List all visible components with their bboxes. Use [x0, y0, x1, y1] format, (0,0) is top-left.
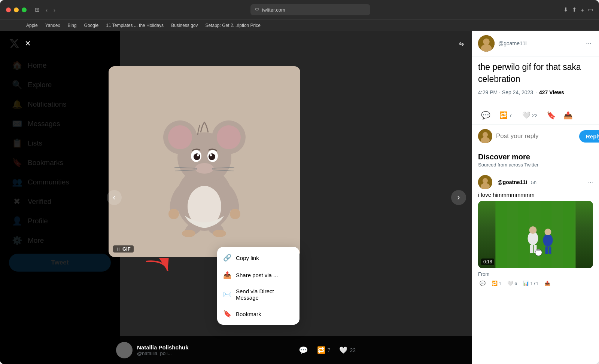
- like-icon: 🤍: [339, 346, 347, 354]
- svg-point-43: [529, 226, 537, 234]
- bottom-username: Natallia Polishchuk: [137, 344, 299, 351]
- address-bar-wrap: 🛡 twitter.com: [60, 4, 560, 15]
- bottom-tweet-actions: 💬 🔁 7 🤍 22: [299, 346, 356, 355]
- bookmark-yandex[interactable]: Yandex: [45, 23, 60, 28]
- like-action-count: 22: [532, 113, 537, 118]
- svg-point-12: [168, 125, 192, 149]
- bottom-user-info: Natallia Polishchuk @natallia_poli...: [137, 344, 299, 356]
- bookmark-businessgov[interactable]: Business gov: [171, 23, 198, 28]
- discover-comment-icon: 💬: [480, 281, 486, 286]
- retweet-action-button[interactable]: 🔁 7: [495, 108, 516, 122]
- reply-avatar-svg: [478, 129, 492, 143]
- comment-action-button[interactable]: 💬: [478, 108, 493, 123]
- svg-rect-48: [545, 247, 548, 254]
- bookmarks-bar: Apple Yandex Bing Google 11 Templates ..…: [0, 19, 599, 31]
- modal-close-button[interactable]: ✕: [21, 37, 34, 50]
- svg-point-14: [217, 125, 241, 149]
- svg-point-17: [197, 154, 199, 156]
- discover-tweet-header: @goatne11i 5h ···: [478, 175, 593, 189]
- like-action-button[interactable]: 🤍 22: [518, 108, 542, 122]
- tweet-content: the perwilo gif for that saka celebratio…: [472, 56, 599, 106]
- bookmark-apple[interactable]: Apple: [26, 23, 38, 28]
- discover-retweet-button[interactable]: 🔁 1: [490, 279, 503, 288]
- context-send-dm[interactable]: ✉️ Send via Direct Message: [217, 284, 300, 305]
- download-button[interactable]: ⬇: [563, 6, 568, 13]
- sidebar-panel-button[interactable]: ▭: [588, 6, 593, 13]
- copy-link-label: Copy link: [236, 255, 259, 261]
- gif-badge: ⏸ GIF: [113, 245, 134, 253]
- gif-media-container[interactable]: ⏸ GIF: [109, 66, 300, 257]
- share-action-icon: 📤: [563, 111, 573, 120]
- svg-point-9: [230, 209, 240, 219]
- bookmark-bing[interactable]: Bing: [68, 23, 77, 28]
- svg-point-46: [543, 234, 553, 247]
- bottom-like-button[interactable]: 🤍 22: [339, 346, 356, 354]
- author-avatar-svg: [478, 35, 495, 52]
- discover-share-button[interactable]: 📤: [543, 279, 552, 288]
- discover-tweet-more-button[interactable]: ···: [588, 179, 593, 186]
- bottom-retweet-button[interactable]: 🔁 7: [317, 346, 331, 354]
- discover-views-count: 171: [530, 281, 538, 286]
- new-tab-button[interactable]: +: [581, 7, 584, 13]
- discover-like-count: 6: [514, 281, 517, 286]
- tweet-detail-panel: @goatne11i ··· the perwilo gif for that …: [472, 31, 599, 364]
- back-button[interactable]: ‹: [44, 5, 49, 15]
- lock-icon: 🛡: [255, 7, 259, 12]
- reply-submit-button[interactable]: Reply: [579, 130, 599, 143]
- reply-text-input[interactable]: [496, 132, 575, 140]
- comment-icon: 💬: [299, 346, 308, 355]
- bookmark-templates[interactable]: 11 Templates ... the Holidays: [106, 23, 164, 28]
- dot-separator: ·: [535, 89, 537, 95]
- minimize-traffic-light[interactable]: [14, 7, 19, 12]
- reply-user-avatar: [478, 129, 492, 143]
- discover-avatar-svg: [478, 175, 492, 189]
- svg-point-47: [545, 229, 551, 235]
- discover-tweet-item: @goatne11i 5h ··· i love himmmmmmmm: [478, 172, 593, 291]
- reply-section: Reply: [472, 125, 599, 148]
- url-text: twitter.com: [262, 7, 285, 13]
- tweet-timestamp: 4:29 PM · Sep 24, 2023 · 427 Views: [478, 89, 593, 100]
- share-action-button[interactable]: 📤: [560, 108, 576, 123]
- discover-tweet-actions: 💬 🔁 1 🤍 6 📊 171: [478, 279, 593, 288]
- sidebar-toggle-button[interactable]: ⊞: [33, 5, 41, 15]
- next-media-button[interactable]: ›: [451, 190, 466, 205]
- discover-comment-button[interactable]: 💬: [478, 279, 487, 288]
- discover-like-button[interactable]: 🤍 6: [506, 279, 519, 288]
- share-button[interactable]: ⬆: [572, 6, 577, 13]
- browser-content: 🏠 Home 🔍 Explore 🔔 Notifications ✉️ Mess…: [0, 31, 599, 364]
- context-copy-link[interactable]: 🔗 Copy link: [217, 249, 300, 266]
- pause-icon: ⏸: [116, 247, 121, 252]
- share-post-icon: 📤: [223, 271, 231, 279]
- context-share-post[interactable]: 📤 Share post via ...: [217, 266, 300, 284]
- context-menu: 🔗 Copy link 📤 Share post via ... ✉️ Send…: [217, 247, 300, 325]
- tweet-more-options-button[interactable]: ···: [584, 38, 593, 49]
- context-bookmark[interactable]: 🔖 Bookmark: [217, 305, 300, 322]
- soccer-scene: [478, 201, 593, 268]
- bottom-comment-button[interactable]: 💬: [299, 346, 308, 355]
- bookmark-action-button[interactable]: 🔖: [544, 108, 559, 123]
- svg-point-8: [168, 209, 179, 219]
- address-bar[interactable]: 🛡 twitter.com: [250, 4, 370, 15]
- svg-point-29: [483, 39, 490, 45]
- browser-navigation: ⊞ ‹ ›: [33, 5, 57, 15]
- discover-share-icon: 📤: [544, 281, 550, 286]
- copy-link-icon: 🔗: [223, 254, 231, 262]
- svg-point-20: [210, 154, 212, 156]
- svg-rect-44: [530, 245, 533, 253]
- maximize-traffic-light[interactable]: [22, 7, 27, 12]
- svg-point-5: [213, 230, 226, 237]
- bottom-like-count: 22: [350, 347, 356, 353]
- bookmark-setapp[interactable]: Setapp: Get 2...ription Price: [206, 23, 261, 28]
- previous-media-button[interactable]: ‹: [107, 190, 122, 205]
- discover-tweet-media[interactable]: 0:18: [478, 201, 593, 268]
- retweet-icon: 🔁: [317, 346, 325, 354]
- bookmark-google[interactable]: Google: [84, 23, 99, 28]
- modal-expand-button[interactable]: ⇆: [454, 37, 468, 50]
- timestamp-text: 4:29 PM · Sep 24, 2023: [478, 89, 533, 95]
- forward-button[interactable]: ›: [52, 5, 57, 15]
- close-traffic-light[interactable]: [6, 7, 11, 12]
- svg-rect-49: [549, 247, 551, 254]
- red-arrow-icon: [142, 258, 172, 280]
- discover-views-button[interactable]: 📊 171: [522, 279, 540, 288]
- svg-point-32: [483, 132, 488, 137]
